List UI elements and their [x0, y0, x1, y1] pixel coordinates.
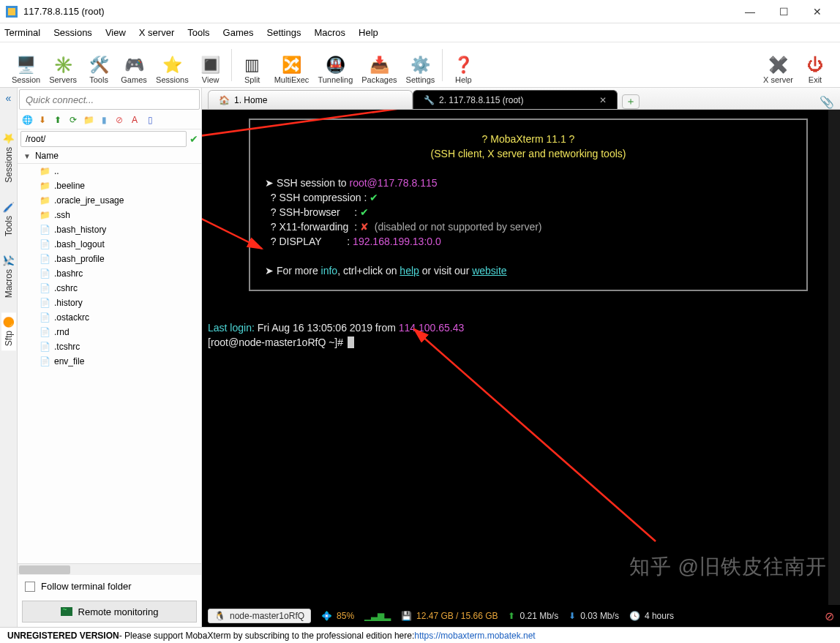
- caret-down-icon: ▼: [23, 152, 31, 160]
- footer-link[interactable]: https://mobaxterm.mobatek.net: [414, 631, 535, 641]
- toolbar-help-button[interactable]: ❓Help: [446, 45, 481, 86]
- file-icon: 📄: [40, 342, 50, 352]
- new-file-icon[interactable]: ▮: [97, 113, 110, 127]
- font-icon[interactable]: A: [128, 113, 141, 127]
- file-item[interactable]: 📁.ssh: [40, 208, 201, 222]
- menu-terminal[interactable]: Terminal: [4, 27, 40, 38]
- toolbar-servers-button[interactable]: ✳️Servers: [45, 45, 81, 86]
- toolbar-tools-button[interactable]: 🛠️Tools: [81, 45, 116, 86]
- menu-settings[interactable]: Settings: [267, 27, 301, 38]
- globe-icon[interactable]: 🌐: [20, 113, 34, 127]
- refresh-icon[interactable]: ⟳: [67, 113, 80, 127]
- menu-view[interactable]: View: [105, 27, 126, 38]
- upload-icon[interactable]: ⬆: [51, 113, 64, 127]
- menu-tools[interactable]: Tools: [187, 27, 209, 38]
- terminal-scrollbar[interactable]: [828, 110, 840, 605]
- download-icon[interactable]: ⬇: [36, 113, 49, 127]
- menu-bar: Terminal Sessions View X server Tools Ga…: [0, 23, 840, 42]
- menu-games[interactable]: Games: [223, 27, 254, 38]
- menu-xserver[interactable]: X server: [139, 27, 174, 38]
- file-item[interactable]: 📄.history: [40, 296, 201, 310]
- toolbar-tunneling-button[interactable]: 🚇Tunneling: [313, 45, 357, 86]
- file-item[interactable]: 📄.bash_history: [40, 222, 201, 237]
- status-close-icon[interactable]: ⊘: [825, 609, 834, 623]
- file-icon: 📄: [40, 225, 50, 235]
- multiexec-icon: 🔀: [282, 57, 301, 73]
- window-minimize-button[interactable]: —: [733, 0, 767, 23]
- menu-help[interactable]: Help: [359, 27, 378, 38]
- terminal-panel[interactable]: ? MobaXterm 11.1 ? (SSH client, X server…: [202, 110, 840, 605]
- unregistered-label: UNREGISTERED VERSION: [7, 631, 119, 641]
- toolbar-exit-button[interactable]: ⏻Exit: [798, 45, 833, 86]
- toolbar-xserver-button[interactable]: ✖️X server: [759, 45, 798, 86]
- status-net-up: ⬆0.21 Mb/s: [508, 611, 558, 621]
- menu-macros[interactable]: Macros: [314, 27, 345, 38]
- list-icon[interactable]: ▯: [143, 113, 157, 127]
- new-folder-icon[interactable]: 📁: [82, 113, 95, 127]
- toolbar-settings-button[interactable]: ⚙️Settings: [402, 45, 440, 86]
- folder-icon: 📁: [40, 195, 50, 206]
- tab-ssh-session[interactable]: 🔧 2. 117.78.8.115 (root) ✕: [413, 90, 618, 109]
- session-icon: 🖥️: [16, 57, 36, 73]
- power-icon: ⏻: [807, 57, 823, 73]
- remote-monitoring-button[interactable]: Remote monitoring: [22, 601, 197, 623]
- toolbar-session-button[interactable]: 🖥️Session: [7, 45, 45, 86]
- paperclip-icon[interactable]: 📎: [820, 95, 834, 109]
- help-icon: ❓: [454, 57, 473, 73]
- checkbox-icon[interactable]: [25, 582, 35, 592]
- file-item[interactable]: 📄.tcshrc: [40, 339, 201, 354]
- checkmark-icon: ✔: [190, 133, 198, 145]
- file-item[interactable]: 📁..: [40, 164, 201, 178]
- toolbar-view-button[interactable]: 🔳View: [193, 45, 228, 86]
- status-memory: 💾12.47 GB / 15.66 GB: [401, 611, 498, 621]
- file-icon: 📄: [40, 283, 50, 293]
- file-item[interactable]: 📄env_file: [40, 354, 201, 369]
- games-icon: 🎮: [124, 57, 144, 73]
- sftp-sidebar: 🌐 ⬇ ⬆ ⟳ 📁 ▮ ⊘ A ▯ ✔ ▼ Name 📁..📁.beeline📁…: [18, 88, 202, 627]
- gear-icon: ⚙️: [410, 57, 430, 73]
- menu-sessions[interactable]: Sessions: [53, 27, 92, 38]
- website-link[interactable]: website: [472, 265, 506, 277]
- file-item[interactable]: 📄.bash_profile: [40, 252, 201, 266]
- sftp-tree-header[interactable]: ▼ Name: [18, 148, 201, 164]
- toolbar-multiexec-button[interactable]: 🔀MultiExec: [270, 45, 314, 86]
- toolbar-sessions-button[interactable]: ⭐Sessions: [151, 45, 193, 86]
- file-item[interactable]: 📄.bash_logout: [40, 237, 201, 252]
- follow-terminal-row[interactable]: Follow terminal folder: [18, 575, 201, 598]
- file-item[interactable]: 📄.cshrc: [40, 281, 201, 296]
- file-icon: 📄: [40, 298, 50, 308]
- file-item[interactable]: 📁.oracle_jre_usage: [40, 193, 201, 208]
- status-uptime: 🕓4 hours: [629, 611, 674, 621]
- file-item[interactable]: 📄.bashrc: [40, 266, 201, 281]
- help-link[interactable]: help: [400, 265, 419, 277]
- tools-icon: 🛠️: [89, 57, 109, 73]
- window-titlebar: 117.78.8.115 (root) — ☐ ✕: [0, 0, 840, 23]
- session-tabs: 🏠 1. Home 🔧 2. 117.78.8.115 (root) ✕ ＋ 📎: [202, 88, 840, 110]
- toolbar-games-button[interactable]: 🎮Games: [116, 45, 151, 86]
- new-tab-button[interactable]: ＋: [622, 94, 640, 109]
- toolbar-split-button[interactable]: ▥Split: [235, 45, 270, 86]
- status-node: 🐧node-master1oRfQ: [208, 609, 311, 623]
- file-item[interactable]: 📄.ostackrc: [40, 310, 201, 325]
- tab-home[interactable]: 🏠 1. Home: [208, 90, 413, 109]
- vtab-tools[interactable]: Tools🖊️: [1, 198, 16, 241]
- sidebar-scrollbar[interactable]: [18, 563, 201, 575]
- vtab-sftp[interactable]: Sftp🟠: [1, 312, 16, 350]
- sftp-path-input[interactable]: [20, 131, 187, 147]
- vtab-macros[interactable]: Macros✈️: [1, 251, 16, 302]
- footer-bar: UNREGISTERED VERSION - Please support Mo…: [0, 627, 840, 643]
- chip-icon: 💠: [321, 611, 332, 621]
- toolbar-packages-button[interactable]: 📥Packages: [357, 45, 401, 86]
- window-close-button[interactable]: ✕: [800, 0, 834, 23]
- delete-icon[interactable]: ⊘: [113, 113, 126, 127]
- file-item[interactable]: 📄.rnd: [40, 325, 201, 339]
- file-item[interactable]: 📁.beeline: [40, 178, 201, 193]
- window-maximize-button[interactable]: ☐: [767, 0, 800, 23]
- close-icon[interactable]: ✕: [599, 95, 607, 105]
- vtab-sessions[interactable]: Sessions⭐: [1, 129, 16, 187]
- send-icon: ✈️: [3, 255, 15, 266]
- toolbar-separator: [231, 49, 232, 81]
- quick-connect-input[interactable]: [19, 89, 200, 110]
- terminal-cursor: [348, 336, 354, 348]
- sidebar-collapse-button[interactable]: «: [6, 92, 12, 104]
